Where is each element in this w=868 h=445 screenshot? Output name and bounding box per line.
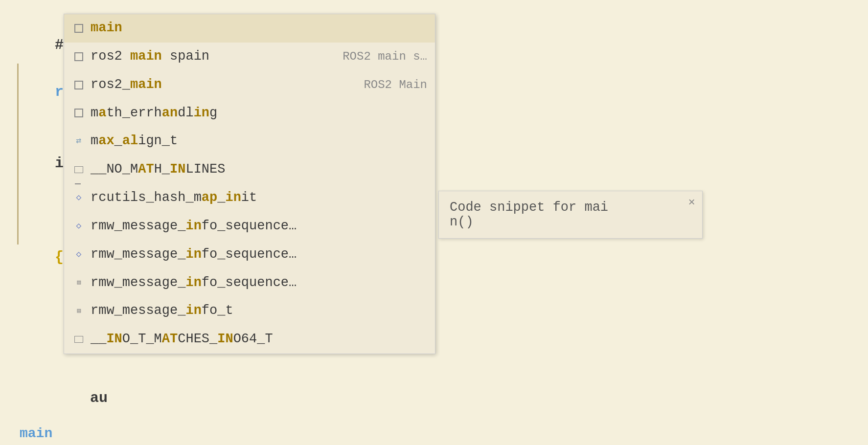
icon-struct-rmw3: ▤ (72, 276, 86, 290)
autocomplete-item-rmw-seq3[interactable]: ▤ rmw_message_info_sequence… (64, 269, 435, 297)
autocomplete-item-max-align[interactable]: ⇄ max_align_t (64, 127, 435, 156)
code-snippet-tooltip: × Code snippet for mai n() (438, 191, 703, 239)
autocomplete-item-main[interactable]: main (64, 14, 435, 43)
autocomplete-item-rmw-seq2[interactable]: ◇ rmw_message_info_sequence… (64, 241, 435, 269)
autocomplete-item-ros2-main2[interactable]: ros2_main ROS2 Main (64, 71, 435, 99)
autocomplete-item-math-err[interactable]: math_errhandling (64, 99, 435, 128)
item-label-rcutils-hash: rcutils_hash_map_init (91, 188, 427, 208)
autocomplete-item-rmw-info-t[interactable]: ▤ rmw_message_info_t (64, 297, 435, 325)
icon-cube-rmw1: ◇ (72, 220, 86, 233)
icon-cube-rcutils: ◇ (72, 191, 86, 205)
item-label-ros2main: ros2_main (91, 75, 354, 95)
icon-square-main (72, 22, 86, 35)
icon-lines-ino (72, 333, 86, 346)
item-label-ros2-main: ros2 main spain (91, 46, 333, 67)
icon-cube-rmw2: ◇ (72, 248, 86, 262)
item-label-rmw-info-t: rmw_message_info_t (91, 301, 427, 321)
code-left-border (17, 64, 19, 245)
status-bar: main (0, 422, 868, 445)
item-label-max-align: max_align_t (91, 131, 427, 152)
code-editor: #include rctcpp/rctcpp.hpp main ros2 mai… (0, 0, 868, 445)
autocomplete-item-rcutils-hash[interactable]: ◇ rcutils_hash_map_init (64, 184, 435, 212)
item-label-math-err: math_errhandling (91, 103, 427, 124)
item-label-rmw-seq1: rmw_message_info_sequence… (91, 216, 427, 237)
item-label-no-math: __NO_MATH_INLINES (91, 159, 427, 180)
item-hint-ros2-main: ROS2 main s… (343, 47, 427, 66)
icon-square-ros2 (72, 50, 86, 64)
item-label-main: main (91, 18, 427, 39)
tooltip-text-line2: n() (450, 215, 691, 229)
autocomplete-item-ros2-main[interactable]: ros2 main spain ROS2 main s… (64, 43, 435, 71)
item-label-rmw-seq3: rmw_message_info_sequence… (91, 273, 427, 293)
autocomplete-item-rmw-seq1[interactable]: ◇ rmw_message_info_sequence… (64, 212, 435, 241)
status-bar-text: main (20, 426, 52, 441)
item-label-rmw-seq2: rmw_message_info_sequence… (91, 245, 427, 265)
autocomplete-item-no-math[interactable]: __NO_MATH_INLINES (64, 156, 435, 184)
item-label-ino-matches: __INO_T_MATCHES_INO64_T (91, 329, 427, 350)
tooltip-text-line1: Code snippet for mai (450, 200, 691, 215)
autocomplete-item-ino-matches[interactable]: __INO_T_MATCHES_INO64_T (64, 325, 435, 354)
icon-lines-math (72, 106, 86, 120)
tooltip-close-button[interactable]: × (688, 196, 695, 209)
item-hint-ros2main: ROS2 Main (364, 76, 427, 94)
icon-lines-no-math (72, 163, 86, 177)
icon-square-ros2main (72, 78, 86, 92)
icon-arrow-max: ⇄ (72, 134, 86, 148)
autocomplete-dropdown[interactable]: main ros2 main spain ROS2 main s… ros2_m… (64, 14, 435, 354)
icon-struct-rmw-t: ▤ (72, 304, 86, 318)
